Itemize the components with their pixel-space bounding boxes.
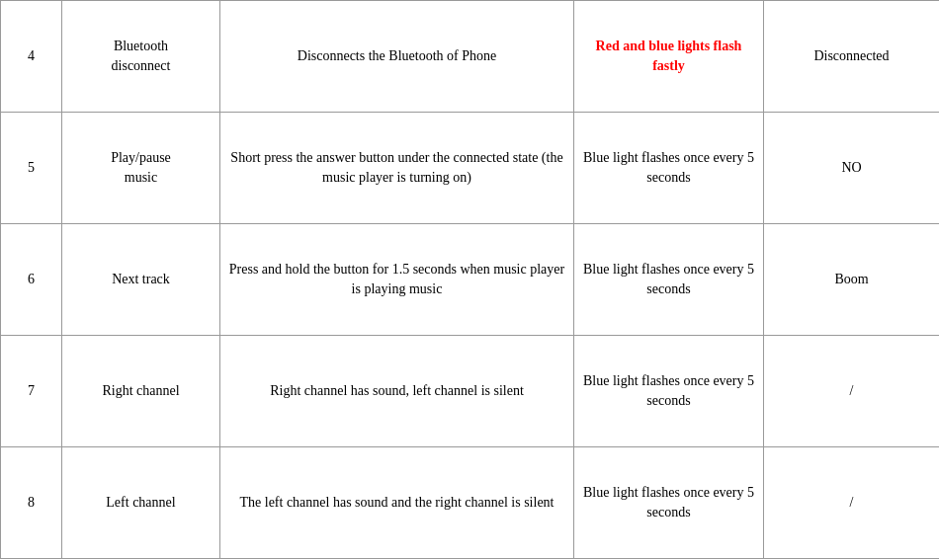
row-result-3: / [764,336,940,447]
row-indicator-1: Blue light flashes once every 5 seconds [574,113,764,224]
main-table: 4BluetoothdisconnectDisconnects the Blue… [0,0,939,559]
row-desc-3: Right channel has sound, left channel is… [220,336,574,447]
row-indicator-3: Blue light flashes once every 5 seconds [574,336,764,447]
row-num-4: 8 [1,447,62,559]
row-desc-0: Disconnects the Bluetooth of Phone [220,1,574,113]
table-container: 4BluetoothdisconnectDisconnects the Blue… [0,0,939,560]
row-result-4: / [764,447,940,559]
row-num-0: 4 [1,1,62,113]
row-desc-2: Press and hold the button for 1.5 second… [220,224,574,336]
row-result-2: Boom [764,224,940,336]
row-desc-4: The left channel has sound and the right… [220,447,574,559]
row-name-2: Next track [62,224,220,336]
row-name-3: Right channel [62,336,220,447]
row-indicator-0: Red and blue lights flash fastly [574,1,764,113]
row-name-0: Bluetoothdisconnect [62,1,220,113]
row-num-1: 5 [1,113,62,224]
row-num-3: 7 [1,336,62,447]
row-result-1: NO [764,113,940,224]
row-num-2: 6 [1,224,62,336]
row-indicator-4: Blue light flashes once every 5 seconds [574,447,764,559]
row-indicator-2: Blue light flashes once every 5 seconds [574,224,764,336]
row-result-0: Disconnected [764,1,940,113]
row-desc-1: Short press the answer button under the … [220,113,574,224]
row-name-1: Play/pausemusic [62,113,220,224]
row-name-4: Left channel [62,447,220,559]
